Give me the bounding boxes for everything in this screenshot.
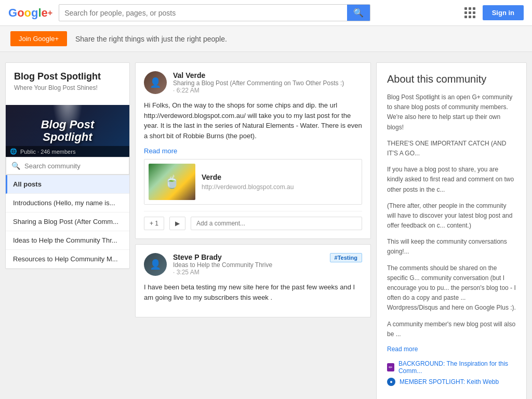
post-card-1: 👤 Val Verde Sharing a Blog Post (After C… <box>135 62 371 239</box>
search-community: 🔍 <box>6 157 129 175</box>
community-title: Blog Post Spotlight <box>14 71 121 82</box>
post-body-2: I have been beta testing my new site her… <box>144 282 362 302</box>
post-header-2: 👤 Steve P Brady Ideas to Help the Commun… <box>144 253 362 276</box>
nav-item-sharing[interactable]: Sharing a Blog Post (After Comm... <box>6 212 129 231</box>
about-paragraph-1: THERE'S ONE IMPORTANT CATCH (AND IT'S A … <box>387 139 516 158</box>
plus1-button-1[interactable]: + 1 <box>144 217 164 230</box>
community-header: Blog Post Spotlight Where Your Blog Post… <box>6 63 129 105</box>
google-plus-logo: Google+ <box>8 6 52 20</box>
post-time-1: · 6:22 AM <box>173 87 362 94</box>
about-title: About this community <box>387 73 516 85</box>
post-category-1: Sharing a Blog Post (After Commenting on… <box>173 79 362 87</box>
nav-item-resources[interactable]: Resources to Help Community M... <box>6 250 129 269</box>
nav-item-introductions[interactable]: Introductions (Hello, my name is... <box>6 194 129 212</box>
post-meta-1: Val Verde Sharing a Blog Post (After Com… <box>173 71 362 94</box>
post-category-2: Ideas to Help the Community Thrive <box>173 261 272 269</box>
global-search-button[interactable]: 🔍 <box>347 5 370 21</box>
left-sidebar: Blog Post Spotlight Where Your Blog Post… <box>5 62 130 399</box>
search-community-icon: 🔍 <box>11 162 20 170</box>
join-tagline: Share the right things with just the rig… <box>75 35 227 43</box>
link-preview-image-1: 🍵 <box>149 164 195 200</box>
about-link-background[interactable]: ✏ BACKGROUND: The Inspiration for this C… <box>387 360 516 375</box>
topbar: Google+ 🔍 Sign in <box>0 0 532 26</box>
topbar-right: Sign in <box>464 5 524 20</box>
post-meta-2: Steve P Brady Ideas to Help the Communit… <box>173 253 362 276</box>
nav-list: All posts Introductions (Hello, my name … <box>6 175 129 269</box>
banner-text: Blog Post Spotlight <box>41 118 95 143</box>
community-banner: Blog Post Spotlight 🌐 Public · 246 membe… <box>6 105 129 157</box>
avatar-steve: 👤 <box>144 253 167 276</box>
link-title-1: Verde <box>202 173 294 181</box>
join-google-plus-button[interactable]: Join Google+ <box>10 31 67 46</box>
preview-thumb-1: 🍵 <box>149 164 195 200</box>
about-card: About this community Blog Post Spotlight… <box>376 62 527 399</box>
about-paragraph-5: The comments should be shared on the spe… <box>387 263 516 313</box>
post-card-2: 👤 Steve P Brady Ideas to Help the Commun… <box>135 244 371 317</box>
share-button-1[interactable]: ▶ <box>169 217 185 230</box>
link-icon-comm: ● <box>387 378 395 386</box>
about-paragraph-0: Blog Post Spotlight is an open G+ commun… <box>387 92 516 132</box>
about-paragraph-2: If you have a blog post to share, you ar… <box>387 165 516 195</box>
global-search-input[interactable] <box>59 6 347 20</box>
apps-icon[interactable] <box>464 7 475 18</box>
post-body-1: Hi Folks, On the way to the shops for so… <box>144 100 362 141</box>
link-icon-sq: ✏ <box>387 363 394 371</box>
tag-badge-testing: #Testing <box>330 253 362 262</box>
read-more-about[interactable]: Read more <box>387 345 516 353</box>
link-preview-info-1: Verde http://verdeword.blogspot.com.au <box>202 164 294 200</box>
community-icon: 🌐 <box>10 148 17 155</box>
post-author-1[interactable]: Val Verde <box>173 71 362 79</box>
center-feed: 👤 Val Verde Sharing a Blog Post (After C… <box>135 62 371 399</box>
read-more-1[interactable]: Read more <box>144 147 177 155</box>
post-header-1: 👤 Val Verde Sharing a Blog Post (After C… <box>144 71 362 94</box>
search-bar: 🔍 <box>59 4 370 21</box>
community-subtitle: Where Your Blog Post Shines! <box>14 84 121 91</box>
about-paragraph-6: A community member's new blog post will … <box>387 320 516 339</box>
about-link-background-label: BACKGROUND: The Inspiration for this Com… <box>398 360 516 375</box>
post-time-2: · 3:25 AM <box>173 269 272 276</box>
community-search-input[interactable] <box>24 162 124 170</box>
right-sidebar: About this community Blog Post Spotlight… <box>376 62 527 399</box>
about-paragraph-4: This will keep the community conversatio… <box>387 237 516 257</box>
nav-item-all-posts[interactable]: All posts <box>6 175 129 194</box>
comment-input-1[interactable] <box>191 217 362 230</box>
community-stats: Public · 246 members <box>20 149 75 155</box>
post2-header-row: Steve P Brady Ideas to Help the Communit… <box>173 253 362 276</box>
avatar-val: 👤 <box>144 71 167 94</box>
about-paragraph-3: (There after, other people in the commun… <box>387 201 516 231</box>
signin-button[interactable]: Sign in <box>483 5 524 20</box>
main-layout: Blog Post Spotlight Where Your Blog Post… <box>0 52 532 399</box>
community-footer-bar: 🌐 Public · 246 members <box>6 146 129 157</box>
link-url-1: http://verdeword.blogspot.com.au <box>202 183 294 191</box>
post-actions-1: + 1 ▶ <box>144 211 362 230</box>
post-author-2[interactable]: Steve P Brady <box>173 253 272 261</box>
join-bar: Join Google+ Share the right things with… <box>0 26 532 52</box>
community-card: Blog Post Spotlight Where Your Blog Post… <box>5 62 130 269</box>
link-preview-1[interactable]: 🍵 Verde http://verdeword.blogspot.com.au <box>144 159 362 205</box>
about-link-member[interactable]: ● MEMBER SPOTLIGHT: Keith Webb <box>387 378 516 386</box>
nav-item-ideas[interactable]: Ideas to Help the Community Thr... <box>6 231 129 250</box>
about-link-member-label: MEMBER SPOTLIGHT: Keith Webb <box>400 378 499 385</box>
